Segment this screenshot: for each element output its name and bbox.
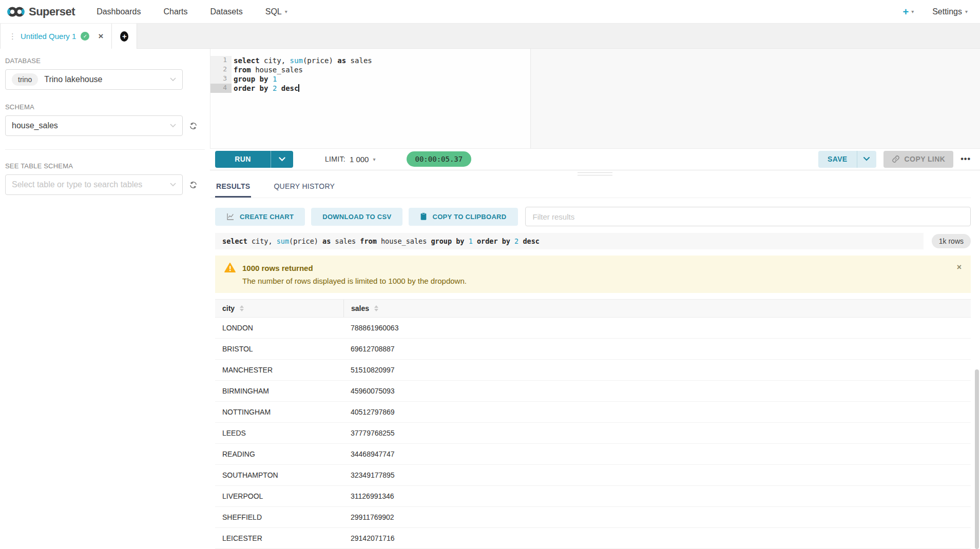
nav-item-label: Dashboards (97, 7, 141, 16)
database-select[interactable]: trino Trino lakehouse (5, 69, 183, 90)
sql-editor-pane: 1234 select city, sum(price) as salesfro… (210, 49, 980, 549)
chart-icon (226, 212, 235, 221)
navbar-right: + ▾ Settings ▾ (902, 7, 968, 17)
create-chart-button[interactable]: CREATE CHART (215, 208, 305, 226)
sort-icon (374, 305, 378, 311)
add-tab-button[interactable]: + (112, 24, 137, 49)
line-number: 4 (210, 84, 232, 93)
tab-results[interactable]: RESULTS (215, 175, 251, 198)
tabbar-spacer (137, 24, 980, 49)
sql-token: order by (234, 84, 268, 92)
sql-token: select (234, 56, 260, 65)
navbar: Superset DashboardsChartsDatasetsSQL▾ + … (0, 0, 980, 24)
sql-token: (price) (289, 237, 322, 245)
database-select-value: Trino lakehouse (44, 75, 102, 84)
line-number: 1 (210, 56, 232, 65)
refresh-schemas-icon[interactable] (189, 122, 198, 130)
download-csv-button[interactable]: DOWNLOAD TO CSV (311, 208, 402, 226)
download-csv-label: DOWNLOAD TO CSV (322, 213, 391, 221)
grip-icon (578, 172, 612, 178)
clipboard-icon (420, 212, 427, 221)
schema-label: SCHEMA (5, 103, 205, 111)
editor-gutter: 1234 (210, 56, 232, 93)
copy-link-button[interactable]: COPY LINK (883, 151, 954, 168)
table-row: LIVERPOOL31126991346 (215, 486, 971, 507)
limit-dropdown[interactable]: LIMIT: 1 000 ▾ (325, 155, 376, 164)
table-cell: LIVERPOOL (215, 486, 343, 506)
sql-code-editor[interactable]: 1234 select city, sum(price) as salesfro… (210, 49, 980, 149)
run-button[interactable]: RUN (215, 151, 271, 168)
refresh-tables-icon[interactable] (189, 181, 198, 189)
sql-token: from (234, 66, 251, 74)
table-cell: SOUTHAMPTON (215, 465, 343, 485)
copy-clipboard-button[interactable]: COPY TO CLIPBOARD (409, 208, 517, 226)
superset-logo-icon (7, 6, 25, 17)
table-cell: 32349177895 (343, 465, 971, 485)
database-engine-badge: trino (12, 73, 38, 86)
table-cell: 788861960063 (343, 318, 971, 338)
save-button[interactable]: SAVE (818, 151, 857, 168)
sql-token: city, (247, 237, 277, 245)
sql-token: select (222, 237, 247, 245)
sql-token (510, 237, 514, 245)
table-cell: 51510820997 (343, 360, 971, 380)
results-scrollbar[interactable] (975, 273, 979, 549)
nav-item-datasets[interactable]: Datasets (210, 0, 243, 23)
sql-token: house_sales (377, 237, 431, 245)
sql-token: order by (477, 237, 510, 245)
sql-token: as (322, 237, 331, 245)
plus-icon: + (902, 7, 909, 17)
tab-query-history[interactable]: QUERY HISTORY (273, 175, 336, 198)
sql-token: desc (523, 237, 540, 245)
table-select[interactable]: Select table or type to search tables (5, 174, 183, 195)
table-row: LEEDS37779768255 (215, 423, 971, 444)
sql-token: 2 (514, 237, 518, 245)
column-header-sales[interactable]: sales (343, 300, 971, 317)
saved-check-icon: ✓ (81, 32, 89, 41)
results-tabs: RESULTSQUERY HISTORY (210, 175, 971, 198)
sql-token: 1 (273, 75, 277, 83)
column-header-label: sales (351, 304, 369, 312)
table-row: MANCHESTER51510820997 (215, 360, 971, 381)
table-cell: 37779768255 (343, 423, 971, 443)
nav-item-charts[interactable]: Charts (163, 0, 187, 23)
table-cell: SHEFFIELD (215, 507, 343, 527)
nav-item-sql[interactable]: SQL▾ (265, 0, 287, 23)
save-options-caret[interactable] (857, 151, 876, 168)
new-item-button[interactable]: + ▾ (902, 7, 914, 17)
table-cell: 29142071716 (343, 528, 971, 548)
sql-token: city, (260, 56, 290, 65)
pane-resize-handle[interactable] (210, 170, 980, 175)
close-tab-icon[interactable]: × (98, 31, 103, 42)
row-count-badge: 1k rows (932, 234, 971, 248)
scrollbar-thumb[interactable] (975, 369, 979, 549)
schema-select[interactable]: house_sales (5, 115, 183, 136)
results-actions: CREATE CHART DOWNLOAD TO CSV COPY TO CLI… (215, 207, 971, 226)
main-area: DATABASE trino Trino lakehouse SCHEMA ho… (0, 49, 980, 549)
sql-token: sales (331, 237, 360, 245)
table-cell: LONDON (215, 318, 343, 338)
caret-down-icon: ▾ (285, 9, 287, 14)
warning-icon (224, 263, 236, 273)
alert-close-icon[interactable]: × (957, 263, 962, 272)
copy-link-label: COPY LINK (905, 155, 946, 163)
settings-menu[interactable]: Settings ▾ (932, 7, 968, 16)
tab-untitled-query-1[interactable]: ⋮ Untitled Query 1 ✓ × (0, 24, 112, 49)
more-actions-button[interactable]: ••• (960, 154, 971, 164)
run-options-caret[interactable] (271, 151, 293, 168)
chevron-down-icon (170, 183, 176, 187)
column-header-city[interactable]: city (215, 300, 343, 317)
executed-query-preview: select city, sum(price) as sales from ho… (215, 233, 924, 249)
nav-item-label: SQL (265, 7, 282, 16)
table-cell: 34468947747 (343, 444, 971, 464)
chevron-down-icon (170, 124, 176, 128)
sql-token: group by (234, 75, 268, 83)
nav-item-dashboards[interactable]: Dashboards (97, 0, 141, 23)
sql-token (465, 237, 469, 245)
table-cell: NOTTINGHAM (215, 402, 343, 422)
brand[interactable]: Superset (7, 5, 75, 18)
nav-item-label: Datasets (210, 7, 243, 16)
table-row: SOUTHAMPTON32349177895 (215, 465, 971, 486)
filter-results-input[interactable] (525, 207, 971, 226)
table-cell: LEEDS (215, 423, 343, 443)
